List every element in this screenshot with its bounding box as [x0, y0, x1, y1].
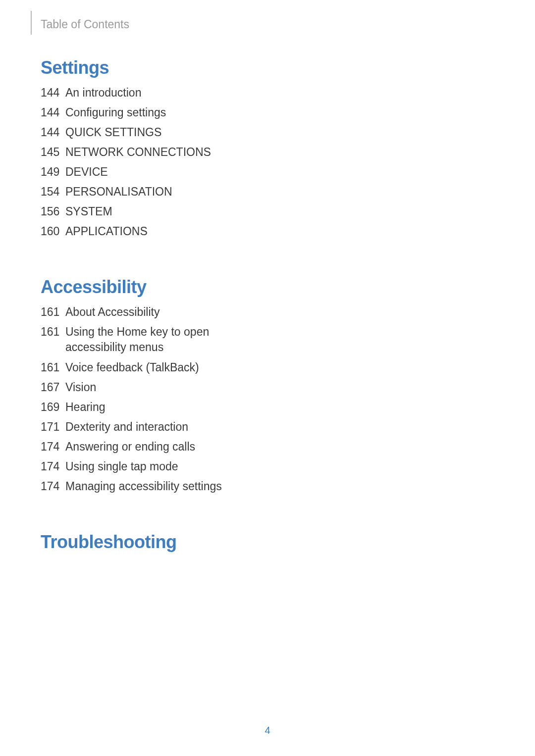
toc-title: An introduction — [65, 85, 141, 101]
toc-page: 161 — [41, 304, 65, 320]
toc-title: Managing accessibility settings — [65, 479, 222, 494]
toc-entry[interactable]: 154 PERSONALISATION — [41, 184, 535, 200]
toc-page: 174 — [41, 459, 65, 474]
page-header: Table of Contents — [0, 0, 535, 35]
toc-title: Using single tap mode — [65, 459, 178, 474]
toc-title: Dexterity and interaction — [65, 419, 188, 435]
toc-title: SYSTEM — [65, 204, 112, 219]
toc-section-settings: Settings 144 An introduction 144 Configu… — [41, 57, 535, 239]
toc-page: 145 — [41, 145, 65, 160]
toc-title: Answering or ending calls — [65, 439, 195, 454]
toc-entry[interactable]: 161 Using the Home key to open accessibi… — [41, 324, 535, 355]
toc-page: 169 — [41, 400, 65, 415]
toc-entry[interactable]: 169 Hearing — [41, 400, 535, 415]
toc-entry[interactable]: 174 Using single tap mode — [41, 459, 535, 474]
toc-page: 156 — [41, 204, 65, 219]
toc-page: 171 — [41, 419, 65, 435]
toc-page: 144 — [41, 105, 65, 120]
toc-page: 174 — [41, 479, 65, 494]
toc-page: 154 — [41, 184, 65, 200]
section-heading[interactable]: Settings — [41, 57, 535, 78]
toc-section-accessibility: Accessibility 161 About Accessibility 16… — [41, 277, 535, 494]
toc-entry[interactable]: 160 APPLICATIONS — [41, 224, 535, 239]
toc-entry[interactable]: 156 SYSTEM — [41, 204, 535, 219]
toc-entry[interactable]: 144 QUICK SETTINGS — [41, 125, 535, 140]
header-rule — [31, 11, 32, 35]
toc-title: Hearing — [65, 400, 106, 415]
toc-title: About Accessibility — [65, 304, 160, 320]
section-heading[interactable]: Troubleshooting — [41, 532, 535, 553]
section-heading[interactable]: Accessibility — [41, 277, 535, 298]
toc-page: 167 — [41, 380, 65, 395]
toc-page: 149 — [41, 164, 65, 180]
toc-title: Voice feedback (TalkBack) — [65, 360, 199, 375]
toc-entry[interactable]: 144 An introduction — [41, 85, 535, 101]
toc-page: 160 — [41, 224, 65, 239]
toc-entry[interactable]: 174 Managing accessibility settings — [41, 479, 535, 494]
toc-page: 174 — [41, 439, 65, 454]
toc-page: 161 — [41, 360, 65, 375]
toc-title: Vision — [65, 380, 96, 395]
toc-page: 144 — [41, 85, 65, 101]
toc-title: APPLICATIONS — [65, 224, 148, 239]
toc-page: 161 — [41, 324, 65, 340]
toc-entry[interactable]: 161 Voice feedback (TalkBack) — [41, 360, 535, 375]
toc-title: Using the Home key to open accessibility… — [65, 324, 254, 355]
toc-section-troubleshooting: Troubleshooting — [41, 532, 535, 553]
toc-entry[interactable]: 144 Configuring settings — [41, 105, 535, 120]
toc-title: DEVICE — [65, 164, 108, 180]
toc-page: 144 — [41, 125, 65, 140]
header-label: Table of Contents — [41, 18, 129, 31]
toc-title: QUICK SETTINGS — [65, 125, 161, 140]
toc-content: Settings 144 An introduction 144 Configu… — [0, 35, 535, 553]
toc-entry[interactable]: 145 NETWORK CONNECTIONS — [41, 145, 535, 160]
toc-entry[interactable]: 161 About Accessibility — [41, 304, 535, 320]
toc-title: PERSONALISATION — [65, 184, 172, 200]
toc-entry[interactable]: 149 DEVICE — [41, 164, 535, 180]
toc-title: NETWORK CONNECTIONS — [65, 145, 211, 160]
toc-entry[interactable]: 174 Answering or ending calls — [41, 439, 535, 454]
toc-entry[interactable]: 171 Dexterity and interaction — [41, 419, 535, 435]
page-number: 4 — [0, 725, 535, 736]
toc-title: Configuring settings — [65, 105, 166, 120]
toc-entry[interactable]: 167 Vision — [41, 380, 535, 395]
